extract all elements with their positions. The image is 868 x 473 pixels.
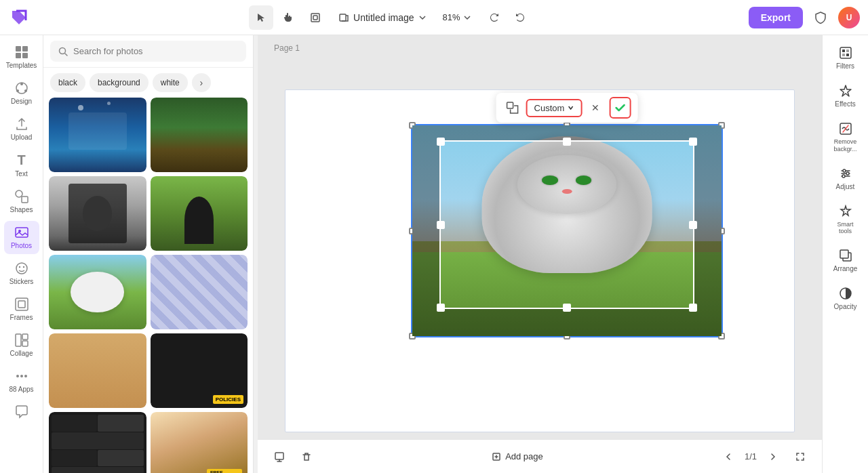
undo-button[interactable]: [482, 5, 507, 30]
hand-tool[interactable]: [276, 5, 300, 30]
apps-icon: [14, 369, 29, 384]
sidebar-item-templates[interactable]: Templates: [4, 41, 39, 74]
svg-rect-30: [275, 453, 283, 459]
sidebar-item-design[interactable]: Design: [4, 77, 39, 110]
photo-thumb-2[interactable]: [151, 98, 248, 172]
document-title: Untitled image: [353, 12, 414, 23]
filters-label: Filters: [836, 62, 854, 70]
sidebar-label-collage: Collage: [10, 350, 33, 358]
svg-point-11: [16, 190, 22, 197]
svg-point-9: [24, 89, 27, 92]
crop-cancel-button[interactable]: ✕: [586, 98, 605, 117]
sidebar-item-chat[interactable]: [4, 400, 39, 424]
sidebar-item-upload[interactable]: Upload: [4, 112, 39, 146]
sidebar-item-photos[interactable]: Photos: [4, 221, 39, 254]
zoom-control[interactable]: 81%: [437, 9, 477, 25]
right-tool-effects[interactable]: Effects: [827, 79, 865, 114]
photo-thumb-9[interactable]: [49, 412, 146, 473]
arrange-label: Arrange: [833, 265, 858, 273]
bottom-left-tools: [269, 446, 317, 468]
frames-icon: [14, 297, 29, 312]
svg-point-39: [846, 172, 849, 175]
selected-image-container[interactable]: Custom ✕: [411, 124, 723, 337]
canvas-frame: Custom ✕: [285, 89, 795, 432]
photo-thumb-1[interactable]: [49, 98, 146, 172]
custom-crop-button[interactable]: Custom: [526, 99, 583, 117]
svg-rect-18: [16, 298, 28, 310]
sidebar-label-design: Design: [11, 98, 32, 106]
opacity-label: Opacity: [834, 303, 857, 311]
right-tool-adjust[interactable]: Adjust: [827, 161, 865, 197]
smart-tools-icon: [839, 205, 852, 218]
canvas-area: Page 1: [258, 35, 822, 473]
add-page-button[interactable]: Add page: [484, 447, 551, 466]
right-tool-smart-tools[interactable]: Smart tools: [827, 199, 865, 241]
sidebar-item-apps[interactable]: 88 Apps: [4, 365, 39, 398]
shield-button[interactable]: [808, 5, 833, 30]
photo-thumb-4[interactable]: [151, 176, 248, 251]
right-tool-remove-bg[interactable]: Remove backgr...: [827, 117, 865, 159]
export-button[interactable]: Export: [749, 7, 803, 28]
sidebar-label-text: Text: [15, 170, 27, 178]
fullscreen-button[interactable]: [789, 446, 811, 468]
sidebar-item-stickers[interactable]: Stickers: [4, 257, 39, 290]
sidebar-item-text[interactable]: T Text: [4, 148, 39, 182]
add-page-label: Add page: [505, 451, 543, 461]
photo-thumb-3[interactable]: [49, 176, 146, 251]
sidebar-item-frames[interactable]: Frames: [4, 293, 39, 326]
present-button[interactable]: [269, 446, 290, 468]
photo-thumb-5[interactable]: [49, 255, 146, 329]
text-icon: T: [17, 152, 25, 168]
tag-row: black background white ›: [43, 68, 253, 98]
crop-toolbar: Custom ✕: [496, 93, 638, 123]
prev-page-button[interactable]: [717, 446, 739, 468]
templates-icon: [14, 45, 29, 60]
canvas-bottom-bar: Add page 1/1: [258, 439, 822, 473]
photos-icon: [14, 225, 29, 240]
search-input[interactable]: [73, 46, 238, 56]
photo-thumb-10[interactable]: FREEDOWNLOAD: [151, 412, 248, 473]
zoom-tools: 81%: [437, 9, 477, 25]
stickers-icon: [14, 261, 29, 276]
logo[interactable]: [8, 7, 30, 28]
frame-tool[interactable]: [303, 5, 328, 30]
right-tool-filters[interactable]: Filters: [827, 41, 865, 76]
document-title-area[interactable]: Untitled image: [333, 9, 432, 26]
svg-rect-33: [842, 49, 845, 52]
effects-label: Effects: [835, 100, 855, 108]
tag-more-button[interactable]: ›: [192, 73, 211, 92]
svg-rect-2: [340, 14, 346, 21]
search-icon: [58, 47, 68, 56]
select-tool[interactable]: [249, 5, 273, 30]
photo-thumb-6[interactable]: [151, 255, 248, 329]
redo-button[interactable]: [508, 5, 532, 30]
right-tool-arrange[interactable]: Arrange: [827, 243, 865, 279]
sidebar-label-apps: 88 Apps: [9, 386, 33, 394]
svg-rect-19: [18, 301, 25, 308]
svg-rect-21: [22, 334, 28, 340]
sidebar-label-upload: Upload: [11, 133, 33, 142]
tag-black[interactable]: black: [50, 73, 85, 92]
svg-rect-35: [842, 54, 845, 56]
crop-confirm-button[interactable]: [609, 97, 631, 119]
page-controls: 1/1: [717, 446, 811, 468]
upload-icon: [14, 117, 29, 131]
svg-point-38: [843, 169, 846, 172]
photo-thumb-7[interactable]: [49, 333, 146, 408]
shapes-icon: [14, 189, 29, 204]
tag-white[interactable]: white: [153, 73, 188, 92]
svg-point-23: [16, 375, 19, 377]
right-sidebar: Filters Effects Remove backgr... Adjus: [822, 35, 868, 473]
user-avatar[interactable]: U: [838, 7, 860, 28]
photo-thumb-8[interactable]: POLICIES: [151, 333, 248, 408]
sidebar-item-shapes[interactable]: Shapes: [4, 185, 39, 218]
right-tool-opacity[interactable]: Opacity: [827, 281, 865, 316]
next-page-button[interactable]: [762, 446, 784, 468]
delete-page-button[interactable]: [296, 446, 317, 468]
svg-rect-0: [311, 14, 319, 22]
sidebar-label-shapes: Shapes: [10, 206, 33, 214]
sidebar-item-collage[interactable]: Collage: [4, 329, 39, 362]
svg-rect-20: [16, 334, 21, 346]
tag-background[interactable]: background: [90, 73, 149, 92]
svg-point-8: [20, 83, 23, 85]
